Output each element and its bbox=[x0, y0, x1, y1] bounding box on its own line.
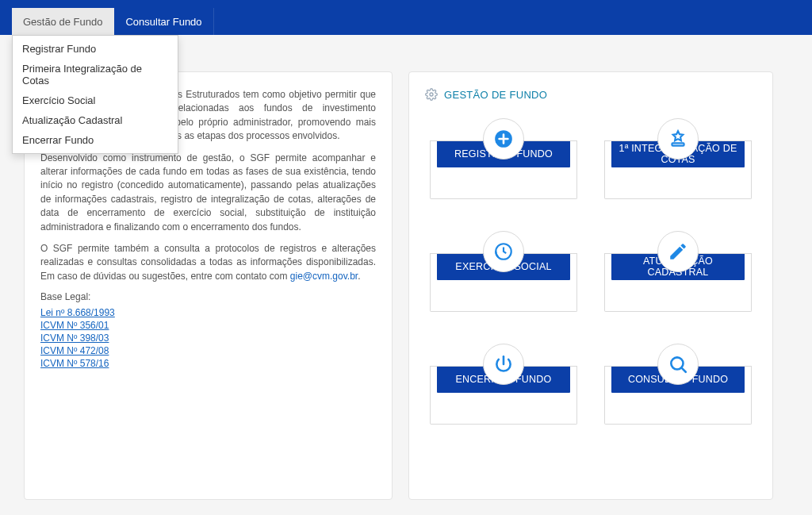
intro-paragraph-3: O SGF permite também a consulta a protoc… bbox=[40, 242, 376, 283]
tile-consultar-fundo: CONSULTAR FUNDO bbox=[604, 344, 752, 425]
clock-history-icon bbox=[483, 231, 524, 272]
legal-link[interactable]: Lei nº 8.668/1993 bbox=[40, 307, 376, 318]
gestao-fundo-dropdown: Registrar Fundo Primeira Integralização … bbox=[12, 35, 178, 154]
contact-email-link[interactable]: gie@cvm.gov.br bbox=[290, 271, 358, 282]
tile-frame: ENCERRAR FUNDO bbox=[430, 366, 577, 425]
dropdown-registrar-fundo[interactable]: Registrar Fundo bbox=[13, 39, 178, 59]
tile-registrar-fundo: REGISTRAR FUNDO bbox=[430, 118, 577, 199]
tile-frame: EXERCÍCIO SOCIAL bbox=[430, 253, 577, 312]
svg-point-0 bbox=[430, 93, 433, 96]
power-icon bbox=[483, 344, 524, 385]
legal-link[interactable]: ICVM Nº 578/16 bbox=[40, 358, 376, 369]
nav-gestao-fundo[interactable]: Gestão de Fundo bbox=[12, 8, 114, 35]
intro-paragraph-2: Desenvolvido como instrumento de gestão,… bbox=[40, 152, 376, 234]
tile-atualizacao-cadastral: ATUALIZAÇÃO CADASTRAL bbox=[604, 231, 752, 312]
nav-item-label: Consultar Fundo bbox=[125, 16, 201, 28]
section-title: GESTÃO DE FUNDO bbox=[444, 89, 547, 101]
gear-icon bbox=[425, 88, 438, 101]
top-banner bbox=[0, 0, 812, 8]
tile-integralizacao-cotas: 1ª INTEGRALIZAÇÃO DE COTAS bbox=[604, 118, 752, 199]
tile-grid: REGISTRAR FUNDO 1ª INTEGRALIZAÇÃO DE COT… bbox=[425, 118, 756, 425]
intro-paragraph-3-tail: . bbox=[358, 271, 360, 282]
nav-consultar-fundo[interactable]: Consultar Fundo bbox=[114, 8, 213, 35]
tile-frame: REGISTRAR FUNDO bbox=[430, 140, 577, 199]
legal-link[interactable]: ICVM Nº 356/01 bbox=[40, 320, 376, 331]
dropdown-exercicio-social[interactable]: Exercício Social bbox=[13, 90, 178, 110]
section-header: GESTÃO DE FUNDO bbox=[425, 88, 756, 101]
tile-frame: 1ª INTEGRALIZAÇÃO DE COTAS bbox=[604, 140, 752, 199]
dropdown-encerrar-fundo[interactable]: Encerrar Fundo bbox=[13, 130, 178, 150]
search-icon bbox=[657, 344, 699, 385]
base-legal-label: Base Legal: bbox=[40, 291, 376, 302]
legal-link[interactable]: ICVM Nº 398/03 bbox=[40, 332, 376, 344]
tile-frame: CONSULTAR FUNDO bbox=[604, 366, 752, 425]
pencil-icon bbox=[657, 231, 699, 272]
tile-frame: ATUALIZAÇÃO CADASTRAL bbox=[604, 253, 752, 312]
main-navbar: Gestão de Fundo Consultar Fundo bbox=[0, 8, 812, 35]
tile-encerrar-fundo: ENCERRAR FUNDO bbox=[430, 344, 577, 425]
plus-circle-icon bbox=[483, 118, 524, 159]
legal-links-list: Lei nº 8.668/1993 ICVM Nº 356/01 ICVM Nº… bbox=[40, 307, 376, 369]
legal-link[interactable]: ICVM Nº 472/08 bbox=[40, 345, 376, 356]
stamp-icon bbox=[657, 118, 699, 159]
nav-item-label: Gestão de Fundo bbox=[23, 16, 102, 28]
dropdown-primeira-integralizacao[interactable]: Primeira Integralização de Cotas bbox=[13, 59, 178, 90]
tile-exercicio-social: EXERCÍCIO SOCIAL bbox=[430, 231, 577, 312]
svg-rect-2 bbox=[672, 143, 684, 145]
dropdown-atualizacao-cadastral[interactable]: Atualização Cadastral bbox=[13, 110, 178, 130]
actions-card: GESTÃO DE FUNDO REGISTRAR FUNDO bbox=[408, 71, 773, 500]
